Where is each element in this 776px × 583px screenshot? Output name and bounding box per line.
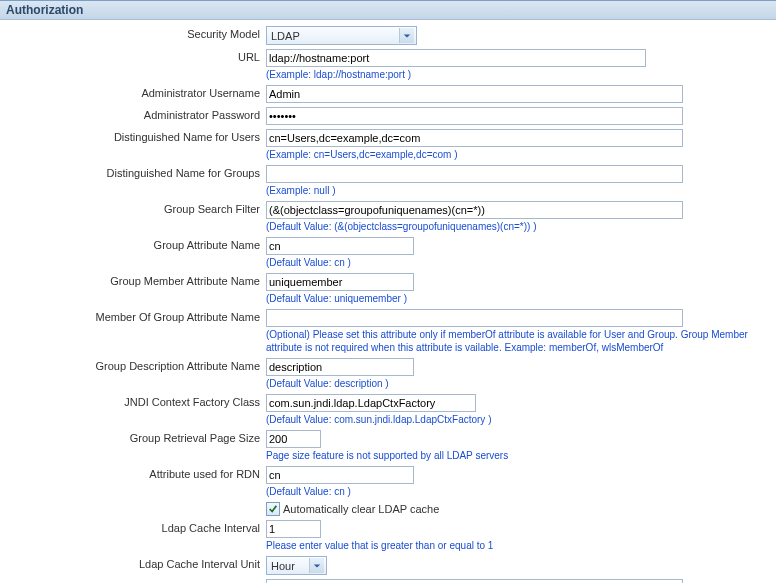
cache-unit-select[interactable]: Hour	[266, 556, 327, 575]
label-url: URL	[6, 47, 266, 63]
security-model-select[interactable]: LDAP	[266, 26, 417, 45]
label-memberof-attr: Member Of Group Attribute Name	[6, 307, 266, 323]
group-attr-input[interactable]	[266, 237, 414, 255]
label-dn-users: Distinguished Name for Users	[6, 127, 266, 143]
hint-dn-groups: (Example: null )	[266, 184, 770, 197]
label-group-member-attr: Group Member Attribute Name	[6, 271, 266, 287]
label-cache-interval: Ldap Cache Interval	[6, 518, 266, 534]
chevron-down-icon	[309, 558, 324, 573]
hint-jndi: (Default Value: com.sun.jndi.ldap.LdapCt…	[266, 413, 770, 426]
label-jndi: JNDI Context Factory Class	[6, 392, 266, 408]
label-group-search: Group Search Filter	[6, 199, 266, 215]
authorization-panel: Authorization Security Model LDAP URL (E…	[0, 0, 776, 583]
hint-dn-users: (Example: cn=Users,dc=example,dc=com )	[266, 148, 770, 161]
hint-cache-interval: Please enter value that is greater than …	[266, 539, 770, 552]
label-rdn: Attribute used for RDN	[6, 464, 266, 480]
page-size-input[interactable]	[266, 430, 321, 448]
label-group-desc-attr: Group Description Attribute Name	[6, 356, 266, 372]
label-dn-groups: Distinguished Name for Groups	[6, 163, 266, 179]
label-default-group: Default User Group Name	[6, 577, 266, 583]
label-security-model: Security Model	[6, 24, 266, 40]
auto-clear-checkbox[interactable]	[266, 502, 280, 516]
rdn-input[interactable]	[266, 466, 414, 484]
hint-memberof-attr: (Optional) Please set this attribute onl…	[266, 328, 770, 354]
group-member-attr-input[interactable]	[266, 273, 414, 291]
dn-users-input[interactable]	[266, 129, 683, 147]
check-icon	[268, 504, 278, 514]
label-page-size: Group Retrieval Page Size	[6, 428, 266, 444]
hint-page-size: Page size feature is not supported by al…	[266, 449, 770, 462]
label-cache-unit: Ldap Cache Interval Unit	[6, 554, 266, 570]
label-admin-user: Administrator Username	[6, 83, 266, 99]
admin-user-input[interactable]	[266, 85, 683, 103]
hint-group-attr: (Default Value: cn )	[266, 256, 770, 269]
auto-clear-label: Automatically clear LDAP cache	[283, 503, 439, 515]
url-input[interactable]	[266, 49, 646, 67]
hint-group-desc-attr: (Default Value: description )	[266, 377, 770, 390]
chevron-down-icon	[399, 28, 414, 43]
hint-url: (Example: ldap://hostname:port )	[266, 68, 770, 81]
memberof-attr-input[interactable]	[266, 309, 683, 327]
default-group-input[interactable]	[266, 579, 683, 583]
hint-group-search: (Default Value: (&(objectclass=groupofun…	[266, 220, 770, 233]
admin-pass-input[interactable]	[266, 107, 683, 125]
form-body: Security Model LDAP URL (Example: ldap:/…	[0, 20, 776, 583]
hint-rdn: (Default Value: cn )	[266, 485, 770, 498]
label-group-attr: Group Attribute Name	[6, 235, 266, 251]
dn-groups-input[interactable]	[266, 165, 683, 183]
panel-title: Authorization	[0, 1, 776, 20]
group-search-input[interactable]	[266, 201, 683, 219]
label-admin-pass: Administrator Password	[6, 105, 266, 121]
cache-interval-input[interactable]	[266, 520, 321, 538]
label-auto-clear-blank	[6, 500, 266, 504]
group-desc-attr-input[interactable]	[266, 358, 414, 376]
hint-group-member-attr: (Default Value: uniquemember )	[266, 292, 770, 305]
jndi-input[interactable]	[266, 394, 476, 412]
